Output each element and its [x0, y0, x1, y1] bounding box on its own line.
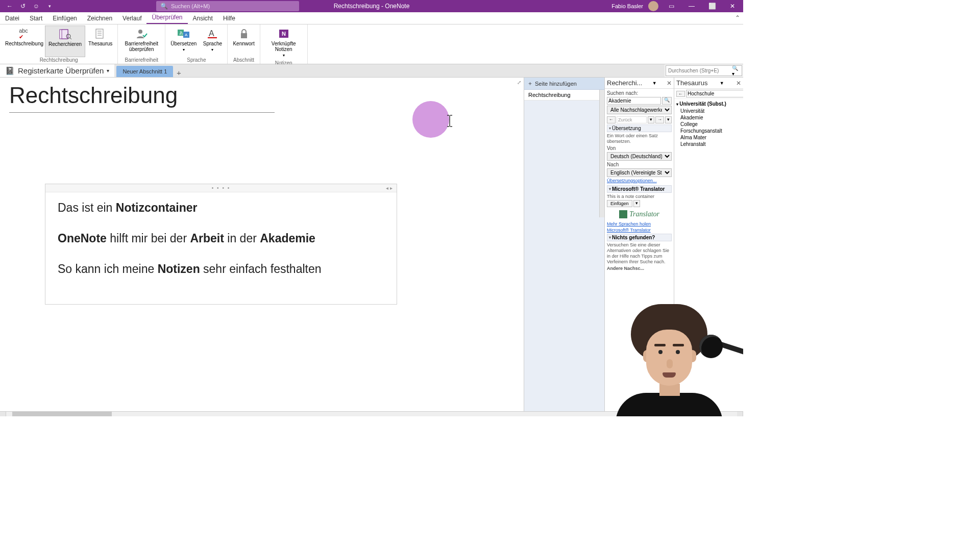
note-text-bold[interactable]: OneNote: [58, 232, 107, 245]
ribbon-item-label: Thesaurus: [88, 41, 112, 46]
thesaurus-item[interactable]: Lehranstalt: [676, 141, 741, 147]
purple-circle-shape[interactable]: [412, 101, 449, 138]
ribbon-item-label: Kennwort: [233, 41, 254, 46]
back-arrow-icon[interactable]: ←: [607, 116, 616, 123]
insert-dropdown-icon[interactable]: ▾: [633, 200, 640, 207]
scroll-left-icon[interactable]: [0, 412, 6, 416]
thesaurus-item[interactable]: Akademie: [676, 114, 741, 121]
ribbon-collapse-icon[interactable]: ⌃: [735, 14, 740, 21]
tab-hilfe[interactable]: Hilfe: [218, 13, 240, 24]
back-dropdown-icon[interactable]: ▾: [648, 116, 654, 123]
ms-translator-link[interactable]: Microsoft® Translator: [607, 228, 672, 233]
translation-section-header[interactable]: Übersetzung: [607, 124, 672, 132]
tab-datei[interactable]: Datei: [0, 13, 24, 24]
thesaurus-back-icon[interactable]: ←: [676, 91, 685, 97]
note-text[interactable]: sehr einfach festhalten: [200, 262, 322, 276]
add-section-button[interactable]: +: [173, 68, 184, 77]
scroll-thumb[interactable]: [12, 412, 112, 416]
page-title[interactable]: Rechtschreibung: [9, 83, 275, 113]
tab-ansicht[interactable]: Ansicht: [188, 13, 218, 24]
ribbon-rechtschreibung[interactable]: abc✔Rechtschreibung: [2, 26, 45, 57]
undo-icon[interactable]: ↺: [18, 2, 28, 11]
tab-zeichnen[interactable]: Zeichnen: [82, 13, 117, 24]
touch-icon[interactable]: ☺: [32, 2, 41, 11]
note-container-handle[interactable]: • • • • ◂ ▸: [45, 184, 397, 192]
ribbon-kennwort[interactable]: Kennwort: [230, 26, 257, 57]
svg-text:A: A: [209, 29, 214, 38]
ribbon-recherchieren[interactable]: Recherchieren: [45, 26, 85, 57]
thesaurus-item[interactable]: Alma Mater: [676, 134, 741, 141]
expand-pane-icon[interactable]: ⤢: [517, 80, 521, 85]
add-page-button[interactable]: ＋ Seite hinzufügen: [524, 78, 604, 90]
note-text-bold[interactable]: Arbeit: [190, 232, 224, 245]
thesaurus-category[interactable]: Universität (Subst.): [676, 100, 741, 108]
note-canvas[interactable]: Rechtschreibung • • • • ◂ ▸ Das ist ein …: [0, 78, 524, 411]
forward-arrow-icon[interactable]: →: [655, 116, 664, 123]
ribbon-item-label: Barrierefreiheit überprüfen: [123, 41, 160, 52]
research-source-select[interactable]: Alle Nachschlagewerke: [607, 106, 672, 114]
global-search[interactable]: 🔍: [156, 1, 299, 11]
add-page-label: Seite hinzufügen: [535, 81, 577, 87]
more-langs-link[interactable]: Mehr Sprachen holen: [607, 221, 672, 227]
user-name[interactable]: Fabio Basler: [611, 3, 643, 9]
translation-options-link[interactable]: Übersetzungsoptionen...: [607, 178, 672, 183]
thesaurus-item[interactable]: Forschungsanstalt: [676, 128, 741, 134]
close-icon[interactable]: ✕: [725, 0, 740, 12]
forward-dropdown-icon[interactable]: ▾: [665, 116, 672, 123]
thesaurus-item[interactable]: Universität: [676, 108, 741, 114]
lang-a-icon: A: [205, 28, 219, 40]
pane-dropdown-icon[interactable]: ▼: [720, 81, 724, 86]
qat-dropdown-icon[interactable]: ▾: [45, 2, 54, 11]
pane-dropdown-icon[interactable]: ▼: [652, 81, 657, 86]
tab-einfuegen[interactable]: Einfügen: [47, 13, 82, 24]
note-container[interactable]: • • • • ◂ ▸ Das ist ein Notizcontainer O…: [45, 184, 397, 305]
note-text[interactable]: in der: [224, 232, 260, 245]
notebook-dropdown[interactable]: 📓 Registerkarte Überprüfen ▾: [0, 64, 114, 77]
note-text-bold[interactable]: Akademie: [260, 232, 315, 245]
note-text[interactable]: So kann ich meine: [58, 262, 158, 276]
ribbon-item-label: Sprache▾: [203, 41, 222, 53]
tab-start[interactable]: Start: [24, 13, 47, 24]
note-text[interactable]: Das ist ein: [58, 201, 116, 214]
note-body[interactable]: Das ist ein Notizcontainer OneNote hilft…: [45, 192, 397, 304]
maximize-icon[interactable]: ⬜: [704, 0, 720, 12]
ribbon-barrierefreiheit-berpr-fen[interactable]: Barrierefreiheit überprüfen: [120, 26, 163, 57]
page-list-item[interactable]: Rechtschreibung: [524, 90, 604, 101]
back-icon[interactable]: ←: [5, 2, 14, 11]
drag-dots-icon: • • • •: [212, 185, 230, 191]
thesaurus-item[interactable]: College: [676, 121, 741, 128]
page-search-input[interactable]: [668, 68, 732, 73]
research-search-input[interactable]: [607, 97, 661, 105]
translator-logo: Translator: [607, 210, 672, 218]
global-search-input[interactable]: [171, 3, 295, 9]
tab-ueberpruefen[interactable]: Überprüfen: [146, 12, 187, 24]
ribbon-sprache[interactable]: ASprache▾: [200, 26, 225, 57]
page-pane-scrollbar[interactable]: [599, 90, 604, 217]
page-search[interactable]: 🔍▾: [666, 65, 742, 76]
to-lang-select[interactable]: Englisch (Vereinigte Sta: [607, 168, 672, 177]
note-text-bold[interactable]: Notizen: [158, 262, 200, 276]
close-icon[interactable]: ✕: [667, 80, 672, 87]
svg-rect-10: [241, 33, 247, 38]
from-lang-select[interactable]: Deutsch (Deutschland): [607, 152, 672, 161]
resize-arrows-icon[interactable]: ◂ ▸: [386, 185, 393, 191]
close-icon[interactable]: ✕: [736, 80, 741, 87]
translator-section-header[interactable]: Microsoft® Translator: [607, 185, 672, 193]
research-go-button[interactable]: 🔍: [662, 97, 672, 105]
note-text[interactable]: hilft mir bei der: [107, 232, 190, 245]
ribbon-thesaurus[interactable]: Thesaurus: [85, 26, 115, 57]
svg-point-4: [138, 30, 142, 34]
note-text-bold[interactable]: Notizcontainer: [116, 201, 198, 214]
not-found-hint: Versuchen Sie eine dieser Alternativen o…: [607, 242, 672, 264]
ribbon-verkn-pfte-notizen[interactable]: NVerknüpfte Notizen▾: [262, 26, 305, 60]
window-mode-icon[interactable]: ▭: [664, 0, 679, 12]
ribbon--bersetzen[interactable]: あAÜbersetzen▾: [167, 26, 200, 57]
tab-verlauf[interactable]: Verlauf: [117, 13, 146, 24]
minimize-icon[interactable]: —: [684, 0, 699, 12]
insert-button[interactable]: Einfügen: [607, 200, 632, 207]
avatar[interactable]: [648, 1, 658, 11]
notebook-name: Registerkarte Überprüfen: [18, 66, 104, 75]
not-found-section-header[interactable]: Nichts gefunden?: [607, 234, 672, 241]
section-tab[interactable]: Neuer Abschnitt 1: [116, 66, 173, 77]
thesaurus-term-input[interactable]: [686, 90, 743, 97]
